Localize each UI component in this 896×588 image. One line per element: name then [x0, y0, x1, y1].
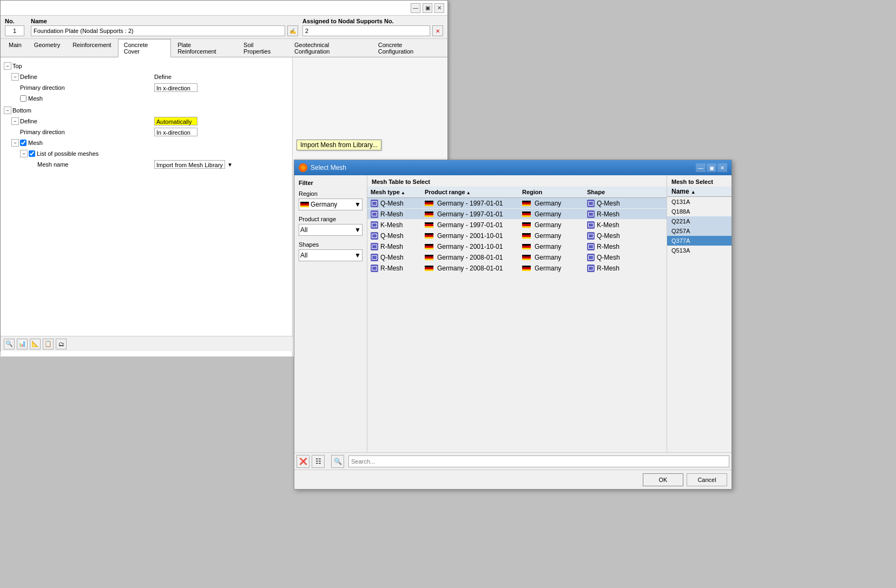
tab-geotechnical[interactable]: Geotechnical Configuration	[288, 39, 372, 57]
mesh-table-row[interactable]: R-Mesh Germany - 2001-10-01 Germany R-Me…	[367, 241, 667, 252]
top-mesh-checkbox[interactable]	[20, 95, 27, 102]
mesh-shape-icon	[587, 265, 595, 272]
assigned-column: Assigned to Nodal Supports No. ✕	[302, 18, 443, 36]
tree-section-top: − Top − Define Define	[3, 61, 290, 104]
mesh-select-item[interactable]: Q377A	[667, 236, 732, 246]
mesh-row-shape: R-Mesh	[597, 243, 620, 250]
mesh-type-icon	[371, 232, 378, 240]
mesh-row-flag	[425, 255, 433, 260]
list-meshes-checkbox[interactable]	[29, 150, 35, 157]
mesh-row-region: Germany	[535, 232, 561, 240]
filter-shapes-dropdown-icon: ▼	[354, 252, 361, 259]
bottom-label: Bottom	[12, 107, 31, 114]
tree-row-top-mesh: Mesh	[3, 93, 290, 104]
edit-button[interactable]: ✍	[287, 25, 298, 36]
maximize-button[interactable]: ▣	[423, 3, 432, 13]
col-header-product[interactable]: Product range	[421, 188, 519, 196]
tab-concrete-cover[interactable]: Concrete Cover	[118, 39, 171, 57]
mesh-row-flag	[425, 222, 433, 228]
toolbar-search-icon[interactable]: 🔍	[331, 455, 344, 468]
minimize-button[interactable]: —	[411, 3, 420, 13]
list-meshes-expander[interactable]: −	[20, 150, 28, 157]
mesh-select-item[interactable]: Q131A	[667, 197, 732, 207]
tab-main[interactable]: Main	[3, 39, 28, 57]
tree-row-bottom: − Bottom	[3, 105, 290, 116]
germany-flag	[300, 202, 309, 207]
bottom-icon-3[interactable]: 📐	[30, 339, 41, 349]
mesh-select-item[interactable]: Q188A	[667, 207, 732, 216]
mesh-row-region-flag	[522, 222, 531, 228]
mesh-select-item[interactable]: Q221A	[667, 216, 732, 226]
mesh-to-select-title: Mesh to Select	[667, 175, 732, 187]
filter-region-group: Region Germany ▼	[299, 190, 363, 210]
dialog-maximize-button[interactable]: ▣	[707, 163, 716, 172]
col-header-type[interactable]: Mesh type	[367, 188, 421, 196]
bottom-expander[interactable]: −	[4, 107, 11, 114]
tab-bar: Main Geometry Reinforcement Concrete Cov…	[1, 39, 447, 57]
toolbar-filter-clear[interactable]: ❌	[297, 455, 309, 468]
name-input[interactable]	[31, 25, 285, 36]
filter-product-select[interactable]: All ▼	[299, 224, 363, 236]
dialog-close-button[interactable]: ✕	[717, 163, 727, 172]
toolbar-filter-icon[interactable]: ☷	[312, 455, 325, 468]
top-expander[interactable]: −	[4, 62, 11, 70]
search-input[interactable]	[351, 458, 727, 465]
mesh-table-row[interactable]: Q-Mesh Germany - 1997-01-01 Germany Q-Me…	[367, 198, 667, 209]
bottom-icon-1[interactable]: 🔍	[4, 339, 15, 349]
tree-left-list-meshes: − List of possible meshes	[3, 150, 154, 157]
mesh-table-row[interactable]: R-Mesh Germany - 2008-01-01 Germany R-Me…	[367, 263, 667, 274]
mesh-select-item[interactable]: Q513A	[667, 246, 732, 255]
mesh-table-row[interactable]: Q-Mesh Germany - 2008-01-01 Germany Q-Me…	[367, 252, 667, 263]
col-header-region[interactable]: Region	[519, 188, 584, 196]
tab-soil-properties[interactable]: Soil Properties	[238, 39, 288, 57]
filter-product-dropdown-icon: ▼	[354, 226, 361, 234]
mesh-table-row[interactable]: Q-Mesh Germany - 2001-10-01 Germany Q-Me…	[367, 230, 667, 241]
mesh-row-region-flag	[522, 266, 531, 271]
mesh-to-select-sort: ▲	[691, 189, 696, 195]
left-panel: − Top − Define Define	[1, 57, 293, 356]
mesh-name-value[interactable]: Import from Mesh Library	[154, 160, 225, 169]
header-row: No. 1 Name ✍ Assigned to Nodal Supports …	[1, 16, 447, 39]
close-button[interactable]: ✕	[434, 3, 444, 13]
dialog-minimize-button[interactable]: —	[696, 163, 706, 172]
mesh-type-icon	[371, 200, 378, 207]
filter-shapes-select[interactable]: All ▼	[299, 249, 363, 261]
cancel-button[interactable]: Cancel	[687, 473, 727, 486]
mesh-row-shape: Q-Mesh	[597, 254, 620, 261]
tab-plate-reinforcement[interactable]: Plate Reinforcement	[172, 39, 237, 57]
assigned-input[interactable]	[302, 25, 430, 36]
assigned-clear-button[interactable]: ✕	[432, 25, 443, 36]
main-titlebar: — ▣ ✕	[1, 1, 447, 16]
dialog-body: Filter Region Germany ▼ Product range	[294, 175, 732, 452]
tab-concrete-config[interactable]: Concrete Configuration	[372, 39, 445, 57]
tree-right-bottom-define: Automatically	[154, 117, 290, 125]
bottom-define-expander[interactable]: −	[11, 117, 19, 125]
tab-geometry[interactable]: Geometry	[28, 39, 66, 57]
bottom-mesh-checkbox[interactable]	[20, 140, 27, 146]
tree-left-bottom-primary: Primary direction	[3, 129, 154, 135]
ok-button[interactable]: OK	[643, 473, 683, 486]
mesh-row-product: Germany - 1997-01-01	[437, 210, 503, 218]
mesh-row-type: Q-Mesh	[380, 200, 404, 207]
tree-left-top-define: − Define	[3, 73, 154, 81]
mesh-dialog: 🔶 Select Mesh — ▣ ✕ Filter Region German…	[294, 160, 732, 490]
mesh-table-row[interactable]: K-Mesh Germany - 1997-01-01 Germany K-Me…	[367, 220, 667, 230]
dialog-footer: OK Cancel	[294, 470, 732, 489]
bottom-icon-4[interactable]: 📋	[43, 339, 54, 349]
bottom-mesh-expander[interactable]: −	[11, 139, 19, 147]
no-label: No.	[5, 18, 27, 24]
col-header-shape[interactable]: Shape	[584, 188, 649, 196]
mesh-select-item[interactable]: Q257A	[667, 226, 732, 236]
filter-shapes-value: All	[300, 252, 307, 259]
tab-reinforcement[interactable]: Reinforcement	[67, 39, 117, 57]
bottom-icon-5[interactable]: 🗂	[56, 339, 67, 349]
top-define-expander[interactable]: −	[11, 73, 19, 81]
tree-row-top: − Top	[3, 61, 290, 71]
mesh-shape-icon	[587, 243, 595, 250]
filter-region-label: Region	[299, 190, 363, 197]
tree-row-list-meshes: − List of possible meshes	[3, 148, 290, 159]
tree-right-bottom-primary: In x-direction	[154, 128, 290, 136]
bottom-icon-2[interactable]: 📊	[17, 339, 28, 349]
mesh-table-row[interactable]: R-Mesh Germany - 1997-01-01 Germany R-Me…	[367, 209, 667, 220]
filter-region-select[interactable]: Germany ▼	[299, 199, 363, 210]
